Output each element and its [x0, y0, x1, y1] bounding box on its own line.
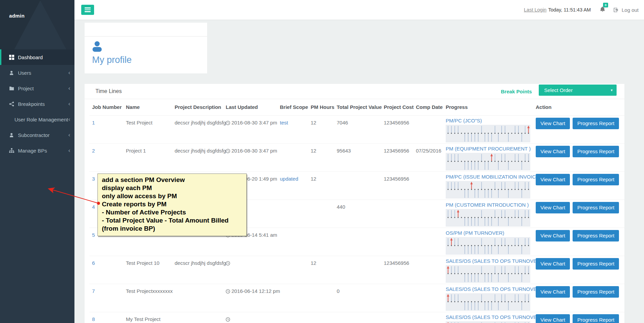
cell-name: Test Project: [123, 115, 172, 143]
cell-progress: PM (CUSTOMER INTRODUCTION ): [443, 200, 533, 228]
cell-pm-hours: [308, 200, 334, 228]
job-number-link[interactable]: 6: [92, 260, 95, 266]
cell-total-project-value: 7046: [334, 115, 381, 143]
cell-total-project-value: 95643: [334, 143, 381, 171]
cell-total-project-value: [334, 256, 381, 284]
view-chart-button[interactable]: View Chart: [536, 230, 570, 241]
job-number-link[interactable]: 2: [92, 148, 95, 154]
progress-report-button[interactable]: Progress Report: [573, 118, 619, 129]
cell-brief-scope: [277, 200, 308, 228]
cell-name: Test Projectxxxxxxxx: [123, 284, 172, 312]
progress-report-button[interactable]: Progress Report: [573, 202, 619, 213]
cell-pm-hours: 12: [308, 143, 334, 171]
view-chart-button[interactable]: View Chart: [536, 146, 570, 157]
view-chart-button[interactable]: View Chart: [536, 118, 570, 129]
sidebar-item-users[interactable]: Users‹: [0, 65, 74, 80]
cell-last-updated: 2016-08-30 3:47 pm: [223, 143, 277, 171]
column-header: Project Cost: [381, 99, 413, 115]
last-login-link[interactable]: Last Login: [524, 7, 547, 13]
brief-scope-link[interactable]: test: [280, 120, 288, 125]
cell-progress: PM/PC (ISSUE MOBILIZATION INVOICE): [443, 171, 533, 200]
column-header: Last Updated: [223, 99, 277, 115]
last-login-time: Today, 11:51:43 AM: [548, 7, 591, 13]
select-order-dropdown[interactable]: Select Order ▼: [539, 85, 617, 96]
progress-chart: [446, 209, 530, 227]
table-row: 2Project 1decscr jhsdjhj dsgfdsfg2016-08…: [89, 143, 624, 171]
sidebar-item-manage-bps[interactable]: Manage BPs‹: [0, 143, 74, 158]
sidebar-item-user-role-management[interactable]: User Role Management‹: [0, 112, 74, 127]
view-chart-button[interactable]: View Chart: [536, 174, 570, 185]
sidebar-item-dashboard[interactable]: Dashboard: [0, 49, 74, 65]
view-chart-button[interactable]: View Chart: [536, 258, 570, 270]
job-number-link[interactable]: 3: [92, 176, 95, 182]
progress-report-button[interactable]: Progress Report: [573, 314, 619, 323]
job-number-link[interactable]: 1: [92, 120, 95, 125]
logout-label: Log out: [622, 7, 639, 13]
notifications-button[interactable]: 0: [600, 6, 605, 14]
progress-report-button[interactable]: Progress Report: [573, 230, 619, 241]
progress-report-button[interactable]: Progress Report: [573, 174, 619, 185]
cell-total-project-value: [334, 312, 381, 323]
cell-total-project-value: [334, 171, 381, 200]
job-number-link[interactable]: 8: [92, 316, 95, 322]
job-number-link[interactable]: 7: [92, 288, 95, 294]
sidebar-item-label: Manage BPs: [18, 148, 68, 154]
cell-project-cost: [381, 312, 413, 323]
sidebar-item-breakpoints[interactable]: Breakpoints‹: [0, 96, 74, 112]
job-number-link[interactable]: 5: [92, 232, 95, 238]
table-row: 8My Test ProjectSALES/OS (SALES TO OPS T…: [89, 312, 624, 323]
cell-last-updated: 2016-08-30 3:47 pm: [223, 115, 277, 143]
panel-title: Time Lines: [95, 88, 122, 94]
cell-name: Test Project 10: [123, 256, 172, 284]
progress-label-link[interactable]: SALES/OS (SALES TO OPS TURNOVER): [446, 258, 530, 264]
cell-pm-hours: 12: [308, 171, 334, 200]
clock-icon: [226, 261, 230, 266]
sitemap-icon: [9, 148, 15, 153]
cell-comp-date: [413, 115, 443, 143]
progress-chart: [446, 293, 530, 311]
profile-card-header: [85, 23, 207, 37]
cell-project-description: [172, 312, 223, 323]
timelines-panel-header: Time Lines Break Points Select Order ▼: [85, 84, 624, 99]
cell-last-updated: 2016-06-14 12:12 pm: [223, 284, 277, 312]
cell-comp-date: [413, 284, 443, 312]
view-chart-button[interactable]: View Chart: [536, 314, 570, 323]
profile-card: My profile: [85, 23, 207, 73]
sidebar-item-project[interactable]: Project‹: [0, 80, 74, 96]
progress-label-link[interactable]: SALES/OS (SALES TO OPS TURNOVER): [446, 314, 530, 320]
logout-icon: [614, 7, 619, 13]
progress-label-link[interactable]: PM (CUSTOMER INTRODUCTION ): [446, 202, 530, 208]
brief-scope-link[interactable]: updated: [280, 176, 298, 182]
progress-chart: [446, 125, 530, 142]
view-chart-button[interactable]: View Chart: [536, 202, 570, 213]
progress-label-link[interactable]: PM/PC (ISSUE MOBILIZATION INVOICE): [446, 174, 530, 180]
break-points-link[interactable]: Break Points: [501, 89, 532, 94]
progress-report-button[interactable]: Progress Report: [573, 286, 619, 298]
progress-report-button[interactable]: Progress Report: [573, 258, 619, 270]
chevron-left-icon: ‹: [68, 148, 70, 154]
clock-icon: [226, 317, 230, 322]
annotation-note-line: (from invoice BP): [102, 225, 242, 233]
sidebar-toggle-button[interactable]: [81, 5, 94, 15]
progress-label-link[interactable]: OS/PM (PM TURNOVER): [446, 230, 530, 236]
cell-name: My Test Project: [123, 312, 172, 323]
sidebar-item-subcontractor[interactable]: Subcontractor‹: [0, 127, 74, 143]
column-header: Action: [533, 99, 624, 115]
progress-label-link[interactable]: PM/PC (JCO"S): [446, 118, 530, 123]
job-number-link[interactable]: 4: [92, 204, 95, 210]
progress-label-link[interactable]: SALES/OS (SALES TO OPS TURNOVER): [446, 286, 530, 292]
topbar: Last Login Today, 11:51:43 AM 0 Log out: [74, 0, 644, 20]
sidebar-item-label: Users: [18, 70, 68, 76]
profile-title: My profile: [92, 55, 132, 65]
progress-chart: [446, 181, 530, 199]
view-chart-button[interactable]: View Chart: [536, 286, 570, 298]
logout-button[interactable]: Log out: [614, 7, 639, 13]
cell-comp-date: [413, 312, 443, 323]
column-header: Name: [123, 99, 172, 115]
cell-brief-scope: [277, 256, 308, 284]
cell-action: View ChartProgress Report: [533, 256, 624, 284]
cell-pm-hours: [308, 228, 334, 256]
chevron-down-icon: ▼: [610, 89, 613, 92]
progress-label-link[interactable]: PM (EQUIPMENT PROCUREMENT ): [446, 146, 530, 152]
progress-report-button[interactable]: Progress Report: [573, 146, 619, 157]
